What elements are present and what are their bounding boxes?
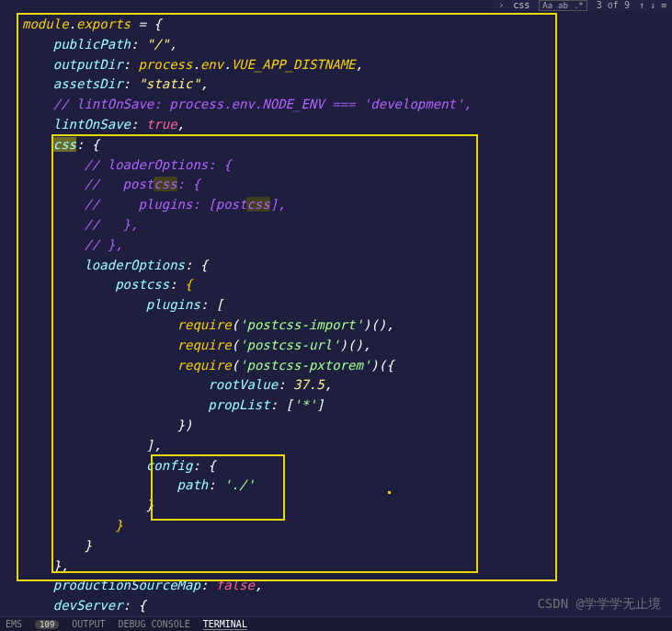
search-nav: ↑ ↓ ≡ bbox=[639, 0, 666, 10]
search-expand-icon[interactable]: › bbox=[498, 0, 504, 10]
match-case-toggle[interactable]: Aa bbox=[542, 1, 552, 10]
code-line: } bbox=[22, 516, 672, 536]
search-result-count: 3 of 9 bbox=[597, 0, 630, 10]
search-match: css bbox=[53, 137, 76, 152]
code-line: plugins: [ bbox=[22, 295, 672, 316]
code-line: publicPath: "/", bbox=[22, 35, 672, 55]
code-line: outputDir: process.env.VUE_APP_DISTNAME, bbox=[22, 55, 672, 75]
code-line: // postcss: { bbox=[22, 175, 672, 195]
code-line: // plugins: [postcss], bbox=[22, 195, 672, 215]
code-line: assetsDir: "static", bbox=[22, 75, 672, 95]
code-line: productionSourceMap: false, bbox=[22, 576, 672, 596]
search-bar: › css Aa ab .* 3 of 9 ↑ ↓ ≡ bbox=[493, 0, 672, 10]
code-line: }, bbox=[22, 556, 672, 577]
code-line: postcss: { bbox=[22, 275, 672, 295]
code-line: } bbox=[22, 536, 672, 556]
code-line: require('postcss-pxtorem')({ bbox=[22, 356, 672, 376]
search-options: Aa ab .* bbox=[539, 0, 587, 11]
tab-terminal[interactable]: TERMINAL bbox=[203, 619, 247, 630]
code-line: rootValue: 37.5, bbox=[22, 375, 672, 396]
tab-debug-console[interactable]: DEBUG CONSOLE bbox=[118, 619, 189, 629]
search-prev-icon[interactable]: ↑ bbox=[639, 0, 644, 10]
code-line: module.exports = { bbox=[22, 15, 672, 35]
code-line: config: { bbox=[22, 456, 672, 476]
code-line: require('postcss-url')(), bbox=[22, 336, 672, 356]
code-line: // loaderOptions: { bbox=[22, 155, 672, 176]
code-line: path: './' bbox=[22, 476, 672, 496]
tab-output[interactable]: OUTPUT bbox=[72, 619, 105, 629]
code-line: }) bbox=[22, 416, 672, 436]
search-match: css bbox=[246, 197, 269, 212]
code-editor[interactable]: module.exports = { publicPath: "/", outp… bbox=[0, 11, 672, 616]
code-line: propList: ['*'] bbox=[22, 396, 672, 416]
regex-toggle[interactable]: .* bbox=[574, 1, 584, 10]
tab-problems[interactable]: EMS bbox=[6, 619, 22, 629]
code-line: css: { bbox=[22, 135, 672, 155]
code-line: require('postcss-import')(), bbox=[22, 316, 672, 336]
code-line: ], bbox=[22, 436, 672, 456]
watermark: CSDN @学学学无止境 bbox=[537, 596, 661, 613]
search-match: css bbox=[154, 177, 177, 191]
code-line: // lintOnSave: process.env.NODE_ENV === … bbox=[22, 95, 672, 115]
cursor-indicator bbox=[388, 491, 391, 494]
bottom-panel: EMS 109 OUTPUT DEBUG CONSOLE TERMINAL bbox=[0, 616, 672, 631]
code-line: loaderOptions: { bbox=[22, 256, 672, 276]
search-menu-icon[interactable]: ≡ bbox=[661, 0, 666, 10]
problems-count-badge: 109 bbox=[35, 620, 59, 629]
code-line: // }, bbox=[22, 215, 672, 235]
code-line: // }, bbox=[22, 235, 672, 256]
search-input[interactable]: css bbox=[513, 0, 530, 10]
search-next-icon[interactable]: ↓ bbox=[650, 0, 655, 10]
code-line: } bbox=[22, 496, 672, 516]
whole-word-toggle[interactable]: ab bbox=[558, 1, 568, 10]
code-line: lintOnSave: true, bbox=[22, 115, 672, 135]
